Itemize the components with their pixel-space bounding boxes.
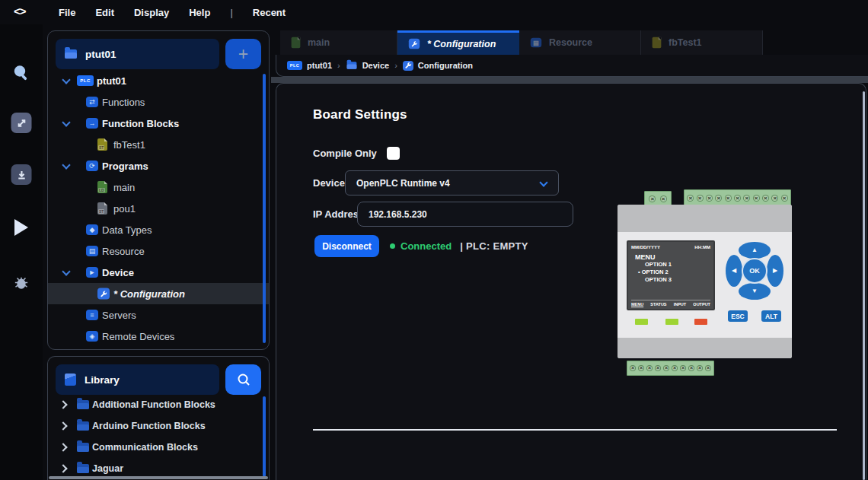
screen-menu-title: MENU — [635, 253, 713, 261]
screw-icon: × — [715, 195, 722, 202]
download-icon[interactable] — [11, 164, 32, 185]
chevron-down-icon[interactable] — [62, 269, 69, 276]
plus-icon: + — [238, 46, 248, 63]
chevron-down-icon[interactable] — [62, 162, 69, 170]
tree-item-functions[interactable]: ⇄Functions — [48, 91, 269, 113]
debug-icon[interactable] — [13, 274, 30, 291]
tree-item-configuration[interactable]: * Configuration — [48, 283, 269, 304]
chevron-down-icon — [540, 180, 547, 187]
library-item-additional-function-blocks[interactable]: Additional Function Blocks — [48, 394, 269, 415]
book-icon — [65, 374, 76, 386]
menu-item-edit[interactable]: Edit — [95, 7, 114, 18]
tree-item-fbtest1[interactable]: STfbTest1 — [48, 134, 269, 155]
project-tree-scrollbar[interactable] — [263, 74, 266, 343]
device-dpad: ▲ ▼ ◀ ▶ OK — [726, 242, 783, 300]
device-top-band — [617, 205, 792, 232]
function-blocks-icon: → — [86, 118, 98, 129]
tree-item-label: Servers — [102, 310, 136, 321]
menu-item-file[interactable]: File — [59, 7, 75, 18]
tree-item-pou1[interactable]: STpou1 — [48, 198, 269, 219]
breadcrumb-item-ptut01[interactable]: PLCptut01 — [287, 61, 332, 70]
screw-icon: × — [646, 365, 653, 371]
folder-icon — [77, 421, 89, 431]
screw-icon: × — [630, 365, 636, 371]
tab-configuration[interactable]: * Configuration — [397, 30, 519, 55]
run-icon[interactable] — [14, 219, 28, 236]
disconnect-button[interactable]: Disconnect — [314, 235, 379, 257]
screw-icon: × — [762, 195, 769, 202]
tab-bar: main* Configuration▤ResourcefbTest1 — [280, 30, 763, 55]
search-icon[interactable] — [12, 64, 30, 82]
library-search-button[interactable] — [225, 364, 261, 395]
content-scrollbar[interactable] — [863, 91, 865, 480]
tree-item-programs[interactable]: ⟳Programs — [48, 155, 269, 176]
folder-icon — [77, 464, 89, 473]
breadcrumb-item-device[interactable]: Device — [346, 61, 389, 70]
screw-icon: × — [687, 195, 694, 202]
breadcrumb: PLCptut01›Device›Configuration — [287, 61, 473, 71]
file-yellow-icon — [653, 37, 662, 48]
tab-main[interactable]: main — [280, 30, 397, 55]
folder-icon — [65, 49, 77, 59]
menu-item-help[interactable]: Help — [189, 7, 210, 18]
device-select[interactable]: OpenPLC Runtime v4 — [345, 170, 559, 195]
project-name-box[interactable]: ptut01 — [56, 39, 219, 69]
add-button[interactable]: + — [225, 39, 261, 69]
tree-item-remote-devices[interactable]: ◈Remote Devices — [48, 326, 269, 347]
screw-icon: × — [649, 195, 656, 202]
chevron-right-icon[interactable] — [60, 465, 68, 472]
menu-item-recent[interactable]: Recent — [253, 7, 286, 18]
device-label: Device — [313, 177, 345, 189]
device-row: Device OpenPLC Runtime v4 — [313, 170, 559, 195]
chevron-right-icon[interactable] — [60, 401, 68, 408]
tree-item-ptut01[interactable]: PLCptut01 — [48, 70, 269, 91]
tree-item-label: Programs — [102, 161, 148, 172]
tree-item-resource[interactable]: ▤Resource — [48, 240, 269, 262]
status-plc: | PLC: EMPTY — [460, 240, 528, 252]
resource-icon: ▤ — [86, 246, 98, 256]
chevron-right-icon[interactable] — [60, 443, 68, 451]
screw-icon: × — [697, 365, 703, 371]
activity-bar — [0, 24, 43, 480]
data-types-icon: ◆ — [86, 224, 98, 235]
compile-only-checkbox[interactable] — [387, 147, 400, 160]
tree-item-function-blocks[interactable]: →Function Blocks — [48, 113, 269, 134]
library-panel-header: Library — [56, 364, 261, 395]
menu-bar: <> FileEditDisplayHelp|Recent — [0, 0, 868, 24]
file-green-icon — [292, 37, 301, 48]
screen-option: OPTION 3 — [645, 276, 713, 284]
device-alt-button: ALT — [761, 310, 781, 322]
tab-fbtest1[interactable]: fbTest1 — [641, 30, 763, 55]
tree-item-data-types[interactable]: ◆Data Types — [48, 219, 269, 240]
breadcrumb-item-configuration[interactable]: Configuration — [403, 61, 473, 71]
app-window: <> FileEditDisplayHelp|Recent ptut01 + P… — [0, 0, 868, 480]
tree-item-main[interactable]: LDmain — [48, 176, 269, 198]
led-red — [694, 319, 707, 325]
chevron-down-icon[interactable] — [62, 77, 69, 84]
ip-address-input[interactable] — [357, 202, 573, 227]
chevron-down-icon[interactable] — [62, 119, 69, 127]
screen-footer: MENUSTATUSINPUTOUTPUT — [631, 300, 710, 307]
compile-only-row: Compile Only — [313, 146, 400, 160]
library-name-box[interactable]: Library — [56, 364, 219, 395]
tree-item-label: pou1 — [113, 203, 136, 215]
library-horizontal-scrollbar[interactable] — [49, 476, 268, 479]
tab-resource[interactable]: ▤Resource — [519, 30, 641, 55]
screw-icon: × — [663, 365, 669, 371]
led-green-1 — [635, 319, 648, 325]
library-item-communication-blocks[interactable]: Communication Blocks — [48, 437, 269, 458]
resize-icon[interactable] — [11, 113, 32, 133]
dpad-ok-button: OK — [742, 258, 767, 284]
tab-label: * Configuration — [427, 39, 496, 49]
tree-item-device[interactable]: ►Device — [48, 262, 269, 283]
app-logo-icon[interactable]: <> — [14, 5, 26, 17]
library-scrollbar[interactable] — [263, 396, 266, 477]
chevron-right-icon[interactable] — [60, 422, 68, 430]
library-item-arduino-function-blocks[interactable]: Arduino Function Blocks — [48, 415, 269, 437]
tree-item-servers[interactable]: ≡Servers — [48, 304, 269, 326]
menu-item-display[interactable]: Display — [134, 7, 169, 18]
project-tree: PLCptut01⇄Functions→Function BlocksSTfbT… — [48, 70, 269, 347]
dpad-left-icon: ◀ — [726, 255, 742, 287]
breadcrumb-bar: PLCptut01›Device›Configuration — [276, 55, 868, 77]
tree-item-label: Remote Devices — [102, 331, 174, 342]
